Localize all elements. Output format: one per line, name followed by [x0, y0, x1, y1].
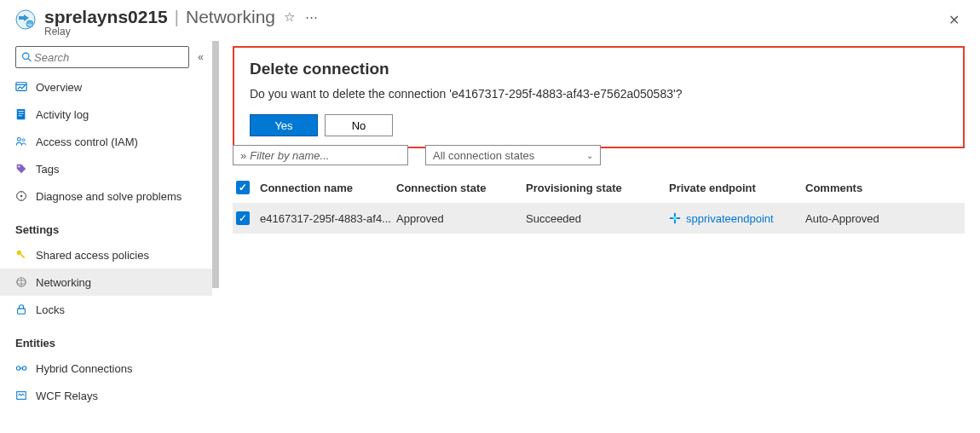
col-comments[interactable]: Comments	[805, 182, 950, 194]
sidebar-group-entities: Entities	[0, 323, 212, 355]
access-control-icon	[15, 136, 27, 147]
diagnose-icon	[15, 190, 27, 202]
svg-point-11	[22, 139, 25, 141]
sidebar-item-shared-access[interactable]: Shared access policies	[0, 241, 212, 268]
col-connection-name[interactable]: Connection name	[260, 182, 396, 194]
cell-private-endpoint-link[interactable]: spprivateendpoint	[669, 212, 805, 225]
delete-connection-dialog: Delete connection Do you want to delete …	[233, 46, 965, 148]
svg-rect-4	[16, 83, 26, 91]
sidebar-item-tags[interactable]: Tags	[0, 155, 212, 182]
page-header: sprelayns0215 | Networking ☆ ⋯ Relay ✕	[0, 0, 980, 41]
select-all-checkbox[interactable]: ✓	[236, 181, 250, 194]
overview-icon	[15, 81, 27, 93]
sidebar-item-activity-log[interactable]: Activity log	[0, 101, 212, 128]
networking-icon	[15, 276, 27, 288]
sidebar-item-label: Diagnose and solve problems	[36, 190, 182, 203]
col-connection-state[interactable]: Connection state	[396, 182, 526, 194]
search-icon	[21, 51, 32, 63]
favorite-star-icon[interactable]: ☆	[284, 9, 295, 25]
sidebar-item-label: Hybrid Connections	[36, 362, 132, 375]
cell-comments: Auto-Approved	[805, 212, 950, 225]
sidebar-group-settings: Settings	[0, 210, 212, 241]
col-provisioning-state[interactable]: Provisioning state	[526, 182, 669, 194]
sidebar-item-wcf[interactable]: WCF Relays	[0, 382, 212, 409]
svg-point-22	[16, 367, 20, 370]
sidebar-item-label: Access control (IAM)	[36, 136, 138, 148]
dropdown-label: All connection states	[433, 149, 534, 162]
connection-state-dropdown[interactable]: All connection states ⌄	[425, 145, 601, 165]
more-actions-icon[interactable]: ⋯	[305, 9, 319, 25]
sidebar-item-label: Shared access policies	[36, 249, 149, 262]
chevron-down-icon: ⌄	[586, 151, 593, 160]
svg-point-10	[17, 137, 20, 141]
resource-name: sprelayns0215	[44, 7, 168, 27]
sidebar-item-diagnose[interactable]: Diagnose and solve problems	[0, 182, 212, 210]
wcf-icon	[15, 390, 27, 401]
activity-log-icon	[15, 108, 27, 120]
sidebar-item-label: Activity log	[36, 108, 89, 121]
svg-rect-6	[17, 109, 26, 119]
sidebar-item-locks[interactable]: Locks	[0, 296, 212, 323]
svg-point-23	[22, 367, 26, 370]
svg-point-28	[673, 216, 677, 220]
resource-section: Networking	[186, 7, 275, 27]
col-private-endpoint[interactable]: Private endpoint	[669, 182, 805, 194]
sidebar-item-label: Networking	[36, 276, 91, 289]
svg-point-13	[20, 195, 23, 198]
cell-provisioning-state: Succeeded	[526, 212, 669, 225]
search-input[interactable]	[32, 50, 183, 65]
sidebar: « Overview Activity log Access control (…	[0, 41, 217, 426]
sidebar-item-label: Overview	[36, 81, 82, 94]
dialog-message: Do you want to delete the connection 'e4…	[250, 87, 948, 101]
no-button[interactable]: No	[325, 114, 393, 136]
sidebar-search-box[interactable]	[15, 46, 189, 68]
table-row[interactable]: ✓ e4167317-295f-4883-af4... Approved Suc…	[233, 203, 965, 234]
resource-type: Relay	[44, 26, 943, 38]
cell-connection-state: Approved	[396, 212, 526, 225]
lock-icon	[15, 303, 27, 315]
key-icon	[15, 249, 27, 261]
dialog-title: Delete connection	[250, 60, 948, 78]
relay-resource-icon	[15, 9, 36, 30]
svg-rect-21	[18, 309, 26, 314]
filter-placeholder: Filter by name...	[250, 149, 329, 162]
hybrid-icon	[15, 362, 27, 374]
title-separator: |	[175, 8, 179, 27]
svg-point-12	[18, 165, 20, 167]
sidebar-item-label: Locks	[36, 303, 65, 316]
connections-table: ✓ Connection name Connection state Provi…	[233, 172, 965, 234]
yes-button[interactable]: Yes	[250, 114, 318, 136]
svg-point-2	[23, 53, 29, 59]
svg-rect-17	[20, 254, 26, 259]
main-content: Delete connection Do you want to delete …	[217, 41, 980, 426]
collapse-sidebar-icon[interactable]: «	[189, 51, 205, 63]
filter-by-name-input[interactable]: » Filter by name...	[233, 145, 408, 165]
table-header-row: ✓ Connection name Connection state Provi…	[233, 172, 965, 203]
sidebar-item-label: Tags	[36, 163, 59, 176]
sidebar-item-label: WCF Relays	[36, 390, 98, 402]
row-checkbox[interactable]: ✓	[236, 211, 250, 225]
close-blade-icon[interactable]: ✕	[943, 7, 965, 33]
svg-line-3	[28, 59, 31, 61]
cell-connection-name: e4167317-295f-4883-af4...	[260, 212, 396, 225]
sidebar-item-networking[interactable]: Networking	[0, 268, 212, 296]
tags-icon	[15, 163, 27, 175]
private-endpoint-icon	[669, 212, 681, 224]
sidebar-item-hybrid[interactable]: Hybrid Connections	[0, 355, 212, 382]
sidebar-item-access-control[interactable]: Access control (IAM)	[0, 128, 212, 155]
svg-point-16	[17, 251, 21, 255]
sidebar-item-overview[interactable]: Overview	[0, 73, 212, 101]
